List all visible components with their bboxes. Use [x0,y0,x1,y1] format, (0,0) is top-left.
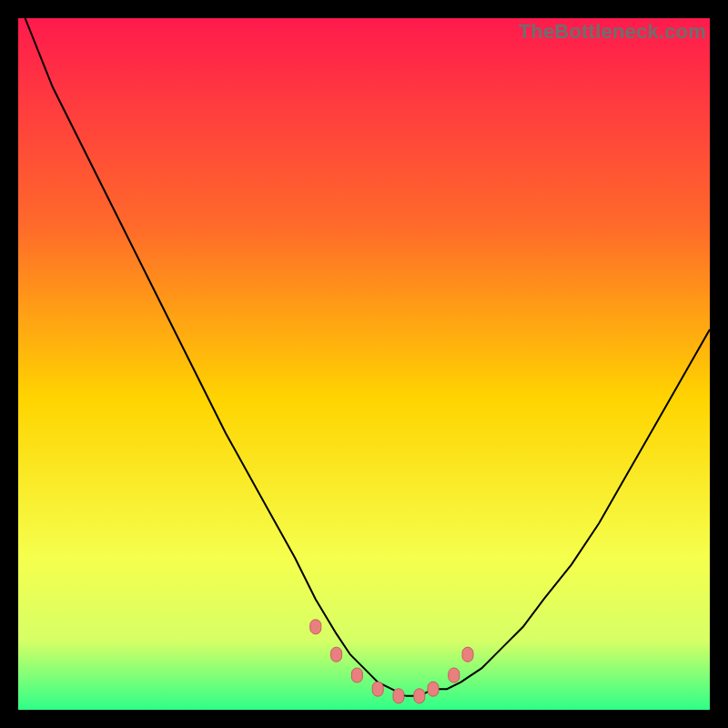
marker-point [449,668,460,682]
marker-point [351,668,362,682]
gradient-background [18,18,710,710]
marker-point [393,689,404,703]
marker-point [310,620,321,634]
marker-point [372,682,383,696]
marker-point [414,689,425,703]
bottleneck-chart [18,18,710,710]
plot-area: TheBottleneck.com [18,18,710,710]
chart-frame: TheBottleneck.com [18,18,710,710]
marker-point [428,682,439,696]
watermark-text: TheBottleneck.com [519,20,706,44]
marker-point [462,647,473,662]
marker-point [331,647,342,662]
